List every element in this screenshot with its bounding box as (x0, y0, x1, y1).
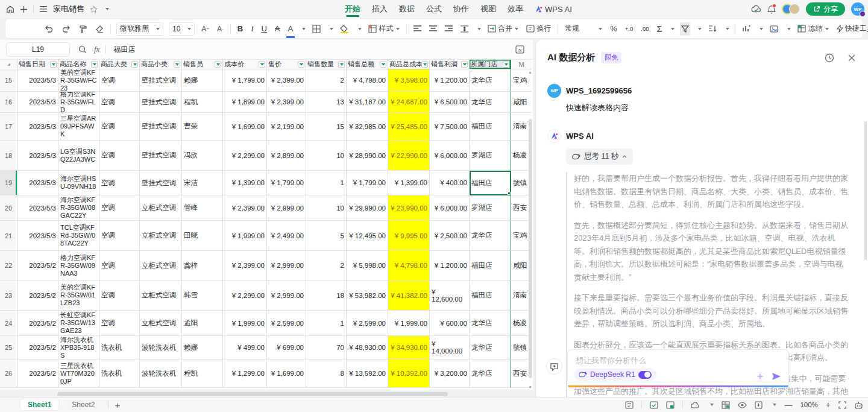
cell-seller[interactable]: 宋洁 (182, 171, 223, 195)
cell-profit[interactable]: ¥ 12,600.00 (430, 280, 470, 311)
clear-format-button[interactable] (94, 22, 105, 36)
row-header[interactable]: 17 (0, 113, 17, 141)
wrap-text-button[interactable]: 换行 (525, 22, 552, 36)
row-header[interactable]: 19 (0, 171, 17, 195)
cell-total[interactable]: ¥ 13,592.00 (347, 360, 388, 388)
user-avatar[interactable]: WP (851, 2, 864, 16)
image-chevron-icon[interactable] (787, 28, 791, 30)
row-header[interactable]: 24 (0, 311, 17, 336)
align-center-button[interactable] (428, 22, 438, 36)
autosum-chevron-icon[interactable] (671, 28, 675, 30)
star-favorite-icon[interactable] (90, 5, 98, 13)
cell-qty[interactable]: 2 (306, 251, 347, 280)
cell-sub[interactable]: 壁挂式空调 (140, 113, 182, 141)
cell-cost[interactable]: ¥ 1,799.00 (223, 69, 267, 92)
decrease-font-button[interactable]: A- (216, 22, 225, 36)
cell-price[interactable]: ¥ 699.00 (267, 336, 306, 360)
column-header-profit[interactable]: 销售利润 (430, 60, 470, 69)
cell-style-button[interactable]: 样式 (367, 22, 400, 36)
cell-store[interactable]: 龙华店 (470, 221, 511, 251)
zoom-out-button[interactable]: — (784, 401, 792, 410)
cell-tcost[interactable]: ¥ 10,392.00 (388, 360, 430, 388)
close-panel-icon[interactable] (848, 53, 856, 63)
borders-chevron-icon[interactable] (330, 28, 333, 30)
model-toggle[interactable] (638, 371, 652, 379)
cell-date[interactable]: 2023/5/3 (17, 171, 58, 195)
cell-cost[interactable]: ¥ 499.00 (223, 336, 267, 360)
cell-sub[interactable]: 壁挂式空调 (140, 69, 182, 92)
vertical-align-chevron-icon[interactable] (477, 28, 481, 30)
cell-profit[interactable]: ¥ 6,000.00 (430, 141, 470, 171)
cell-sub[interactable]: 立柜式空调 (140, 280, 182, 311)
cell-sub[interactable]: 立柜式空调 (140, 251, 182, 280)
ai-input-card[interactable]: 想让我帮你分析什么 DeepSeek R1 (567, 349, 789, 387)
tab-collaborate[interactable]: 协作 (453, 0, 469, 18)
cell-tcost[interactable]: ¥ 25,485.00 (388, 113, 430, 141)
scroll-down-arrow-icon[interactable]: ▼ (529, 384, 532, 390)
cell-seller[interactable]: 龚梓 (182, 251, 223, 280)
cell-store[interactable]: 罗湖店 (470, 195, 511, 221)
cell-tcost[interactable]: ¥ 22,990.00 (388, 141, 430, 171)
cell-cat[interactable]: 空调 (99, 92, 140, 113)
increase-font-button[interactable]: A+ (200, 22, 210, 36)
cell-cost[interactable]: ¥ 1,999.00 (223, 311, 267, 336)
new-document-icon[interactable] (20, 5, 28, 13)
cell-date[interactable]: 2023/5/3 (17, 141, 58, 171)
column-header-date[interactable]: 销售日期 (17, 60, 58, 69)
cell-tcost[interactable]: ¥ 9,995.00 (388, 221, 430, 251)
zoom-formula-icon[interactable] (78, 45, 87, 54)
sort-button[interactable] (707, 22, 718, 36)
expand-formula-bar-icon[interactable]: fx (515, 45, 524, 54)
cell-cost[interactable]: ¥ 1,399.00 (223, 171, 267, 195)
cell-sub[interactable]: 立柜式空调 (140, 221, 182, 251)
cell-qty[interactable]: 10 (306, 141, 347, 171)
vertical-scrollbar[interactable]: ▲▼ (527, 69, 533, 390)
cell-price[interactable]: ¥ 1,799.00 (267, 171, 306, 195)
row-header[interactable]: 18 (0, 141, 17, 171)
sheet-tab-sheet1[interactable]: Sheet1 (20, 399, 58, 410)
freeze-panes-button[interactable]: 冻结 (796, 22, 829, 36)
bold-button[interactable]: B (236, 22, 244, 36)
horizontal-scrollbar[interactable] (0, 391, 533, 397)
column-header-cat[interactable]: 商品大类 (99, 60, 140, 69)
cell-name[interactable]: 美的空调KFR-35GW/01LZB23 (58, 280, 99, 311)
strikethrough-button[interactable]: A (274, 22, 281, 36)
cell-cat[interactable]: 空调 (99, 251, 140, 280)
row-header[interactable]: 22 (0, 251, 17, 280)
grid-save-icon[interactable] (666, 401, 675, 409)
cell-seller[interactable]: 曹荣 (182, 113, 223, 141)
cell-profit[interactable]: ¥ 6,000.00 (430, 195, 470, 221)
cell-name[interactable]: 长虹空调KFR-35GW/13GAE23 (58, 311, 99, 336)
autosum-button[interactable]: Σ (656, 22, 664, 36)
filter-dropdown-icon[interactable] (259, 61, 265, 68)
chart-chevron-icon[interactable] (760, 28, 763, 30)
number-format-select[interactable]: 常规 (564, 22, 603, 36)
cell-store[interactable]: 福田店 (470, 113, 511, 141)
cell-name[interactable]: LG空调S3NQ22JA3WC (58, 141, 99, 171)
document-menu-chevron-icon[interactable] (105, 8, 109, 10)
cell-total[interactable]: ¥ 31,187.00 (347, 92, 388, 113)
cell-date[interactable]: 2023/5/3 (17, 69, 58, 92)
cell-seller[interactable]: 管峰 (182, 195, 223, 221)
cell-qty[interactable]: 15 (306, 113, 347, 141)
history-clock-icon[interactable] (825, 53, 834, 63)
menu-icon[interactable] (39, 5, 48, 13)
cell-store[interactable]: 福田店 (470, 251, 511, 280)
cell-price[interactable]: ¥ 2,599.00 (267, 311, 306, 336)
cell-total[interactable]: ¥ 1,799.00 (347, 171, 388, 195)
undo-button[interactable] (43, 22, 55, 36)
backup-chevron-icon[interactable] (710, 404, 714, 406)
fx-icon[interactable]: fx (94, 45, 99, 54)
cell-store[interactable]: 罗湖店 (470, 141, 511, 171)
cell-tcost[interactable]: ¥ 34,930.00 (388, 336, 430, 360)
cell-profit[interactable]: ¥ 6,500.00 (430, 92, 470, 113)
filter-dropdown-icon[interactable] (298, 61, 304, 68)
sheet-tab-sheet2[interactable]: Sheet2 (64, 399, 102, 410)
cell-cost[interactable]: ¥ 2,299.00 (223, 280, 267, 311)
column-header-qty[interactable]: 销售数量 (306, 60, 347, 69)
align-left-button[interactable] (412, 22, 423, 36)
cell-date[interactable]: 2023/5/2 (17, 336, 58, 360)
cell-name[interactable]: 格力空调KFR-35GW/09NAA3 (58, 251, 99, 280)
tab-view[interactable]: 视图 (480, 0, 496, 18)
row-header[interactable]: 26 (0, 360, 17, 388)
